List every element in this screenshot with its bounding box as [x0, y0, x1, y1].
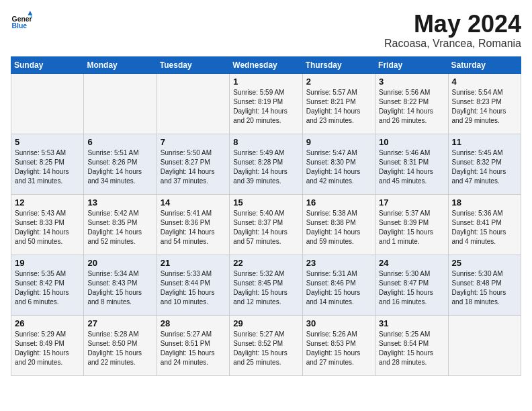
day-number: 20 [87, 258, 152, 268]
calendar-cell: 19Sunrise: 5:35 AM Sunset: 8:42 PM Dayli… [11, 255, 84, 315]
day-info: Sunrise: 5:59 AM Sunset: 8:19 PM Dayligh… [233, 88, 298, 126]
calendar-cell: 29Sunrise: 5:27 AM Sunset: 8:52 PM Dayli… [230, 315, 302, 375]
day-number: 12 [15, 197, 80, 208]
week-row: 26Sunrise: 5:29 AM Sunset: 8:49 PM Dayli… [11, 315, 521, 375]
calendar-cell: 28Sunrise: 5:27 AM Sunset: 8:51 PM Dayli… [157, 315, 229, 375]
calendar-cell: 11Sunrise: 5:45 AM Sunset: 8:32 PM Dayli… [448, 134, 521, 194]
logo-icon: General Blue [11, 11, 32, 32]
day-info: Sunrise: 5:27 AM Sunset: 8:52 PM Dayligh… [233, 330, 298, 367]
day-info: Sunrise: 5:37 AM Sunset: 8:39 PM Dayligh… [379, 209, 444, 246]
calendar-subtitle: Racoasa, Vrancea, Romania [384, 38, 521, 50]
calendar-cell: 27Sunrise: 5:28 AM Sunset: 8:50 PM Dayli… [84, 315, 157, 375]
column-header-monday: Monday [84, 56, 157, 73]
day-info: Sunrise: 5:49 AM Sunset: 8:28 PM Dayligh… [233, 148, 298, 186]
day-number: 8 [233, 137, 298, 147]
day-info: Sunrise: 5:40 AM Sunset: 8:37 PM Dayligh… [233, 209, 298, 246]
column-header-sunday: Sunday [11, 56, 84, 73]
svg-marker-2 [28, 11, 32, 15]
day-info: Sunrise: 5:25 AM Sunset: 8:54 PM Dayligh… [379, 330, 444, 367]
day-info: Sunrise: 5:27 AM Sunset: 8:51 PM Dayligh… [161, 330, 226, 367]
week-row: 19Sunrise: 5:35 AM Sunset: 8:42 PM Dayli… [11, 255, 521, 315]
calendar-cell: 20Sunrise: 5:34 AM Sunset: 8:43 PM Dayli… [84, 255, 157, 315]
day-number: 23 [306, 258, 371, 268]
day-number: 6 [87, 137, 152, 147]
calendar-table: SundayMondayTuesdayWednesdayThursdayFrid… [11, 56, 521, 376]
calendar-cell: 18Sunrise: 5:36 AM Sunset: 8:41 PM Dayli… [448, 194, 521, 255]
calendar-cell [84, 73, 157, 134]
day-number: 13 [87, 197, 152, 208]
calendar-cell: 8Sunrise: 5:49 AM Sunset: 8:28 PM Daylig… [230, 134, 302, 194]
calendar-cell: 30Sunrise: 5:26 AM Sunset: 8:53 PM Dayli… [302, 315, 375, 375]
calendar-cell: 4Sunrise: 5:54 AM Sunset: 8:23 PM Daylig… [448, 73, 521, 134]
day-info: Sunrise: 5:26 AM Sunset: 8:53 PM Dayligh… [306, 330, 371, 367]
day-number: 28 [161, 318, 226, 328]
calendar-cell: 3Sunrise: 5:56 AM Sunset: 8:22 PM Daylig… [375, 73, 448, 134]
day-number: 31 [379, 318, 444, 328]
day-info: Sunrise: 5:42 AM Sunset: 8:35 PM Dayligh… [87, 209, 152, 246]
day-info: Sunrise: 5:33 AM Sunset: 8:44 PM Dayligh… [161, 269, 226, 307]
day-number: 5 [15, 137, 80, 147]
day-number: 10 [379, 137, 444, 147]
column-header-thursday: Thursday [302, 56, 375, 73]
day-info: Sunrise: 5:31 AM Sunset: 8:46 PM Dayligh… [306, 269, 371, 307]
day-number: 29 [233, 318, 298, 328]
calendar-cell: 24Sunrise: 5:30 AM Sunset: 8:47 PM Dayli… [375, 255, 448, 315]
day-info: Sunrise: 5:35 AM Sunset: 8:42 PM Dayligh… [15, 269, 80, 307]
calendar-cell: 14Sunrise: 5:41 AM Sunset: 8:36 PM Dayli… [157, 194, 229, 255]
day-number: 24 [379, 258, 444, 268]
day-number: 18 [452, 197, 517, 208]
day-number: 4 [452, 77, 517, 87]
calendar-cell [11, 73, 84, 134]
calendar-cell: 31Sunrise: 5:25 AM Sunset: 8:54 PM Dayli… [375, 315, 448, 375]
page-header: General Blue May 2024 Racoasa, Vrancea, … [11, 11, 521, 50]
day-number: 26 [15, 318, 80, 328]
day-info: Sunrise: 5:28 AM Sunset: 8:50 PM Dayligh… [87, 330, 152, 367]
day-number: 19 [15, 258, 80, 268]
svg-text:General: General [12, 15, 32, 23]
calendar-cell: 26Sunrise: 5:29 AM Sunset: 8:49 PM Dayli… [11, 315, 84, 375]
day-number: 17 [379, 197, 444, 208]
day-number: 27 [87, 318, 152, 328]
day-info: Sunrise: 5:41 AM Sunset: 8:36 PM Dayligh… [161, 209, 226, 246]
calendar-cell: 10Sunrise: 5:46 AM Sunset: 8:31 PM Dayli… [375, 134, 448, 194]
column-header-friday: Friday [375, 56, 448, 73]
day-info: Sunrise: 5:34 AM Sunset: 8:43 PM Dayligh… [87, 269, 152, 307]
calendar-cell [157, 73, 229, 134]
calendar-cell: 13Sunrise: 5:42 AM Sunset: 8:35 PM Dayli… [84, 194, 157, 255]
day-number: 3 [379, 77, 444, 87]
day-number: 9 [306, 137, 371, 147]
day-number: 21 [161, 258, 226, 268]
day-info: Sunrise: 5:46 AM Sunset: 8:31 PM Dayligh… [379, 148, 444, 186]
day-number: 22 [233, 258, 298, 268]
day-info: Sunrise: 5:56 AM Sunset: 8:22 PM Dayligh… [379, 88, 444, 126]
day-info: Sunrise: 5:45 AM Sunset: 8:32 PM Dayligh… [452, 148, 517, 186]
calendar-cell: 12Sunrise: 5:43 AM Sunset: 8:33 PM Dayli… [11, 194, 84, 255]
day-info: Sunrise: 5:30 AM Sunset: 8:47 PM Dayligh… [379, 269, 444, 307]
day-info: Sunrise: 5:32 AM Sunset: 8:45 PM Dayligh… [233, 269, 298, 307]
calendar-cell: 6Sunrise: 5:51 AM Sunset: 8:26 PM Daylig… [84, 134, 157, 194]
day-number: 16 [306, 197, 371, 208]
calendar-cell: 9Sunrise: 5:47 AM Sunset: 8:30 PM Daylig… [302, 134, 375, 194]
day-info: Sunrise: 5:53 AM Sunset: 8:25 PM Dayligh… [15, 148, 80, 186]
day-number: 2 [306, 77, 371, 87]
day-number: 15 [233, 197, 298, 208]
day-info: Sunrise: 5:57 AM Sunset: 8:21 PM Dayligh… [306, 88, 371, 126]
day-info: Sunrise: 5:30 AM Sunset: 8:48 PM Dayligh… [452, 269, 517, 307]
calendar-cell: 1Sunrise: 5:59 AM Sunset: 8:19 PM Daylig… [230, 73, 302, 134]
day-info: Sunrise: 5:36 AM Sunset: 8:41 PM Dayligh… [452, 209, 517, 246]
calendar-cell: 5Sunrise: 5:53 AM Sunset: 8:25 PM Daylig… [11, 134, 84, 194]
calendar-cell: 17Sunrise: 5:37 AM Sunset: 8:39 PM Dayli… [375, 194, 448, 255]
calendar-cell [448, 315, 521, 375]
calendar-cell: 16Sunrise: 5:38 AM Sunset: 8:38 PM Dayli… [302, 194, 375, 255]
logo: General Blue [11, 11, 32, 32]
day-number: 1 [233, 77, 298, 87]
day-info: Sunrise: 5:47 AM Sunset: 8:30 PM Dayligh… [306, 148, 371, 186]
day-info: Sunrise: 5:38 AM Sunset: 8:38 PM Dayligh… [306, 209, 371, 246]
day-info: Sunrise: 5:54 AM Sunset: 8:23 PM Dayligh… [452, 88, 517, 126]
day-info: Sunrise: 5:51 AM Sunset: 8:26 PM Dayligh… [87, 148, 152, 186]
calendar-cell: 2Sunrise: 5:57 AM Sunset: 8:21 PM Daylig… [302, 73, 375, 134]
day-number: 14 [161, 197, 226, 208]
calendar-cell: 21Sunrise: 5:33 AM Sunset: 8:44 PM Dayli… [157, 255, 229, 315]
calendar-cell: 22Sunrise: 5:32 AM Sunset: 8:45 PM Dayli… [230, 255, 302, 315]
calendar-cell: 25Sunrise: 5:30 AM Sunset: 8:48 PM Dayli… [448, 255, 521, 315]
